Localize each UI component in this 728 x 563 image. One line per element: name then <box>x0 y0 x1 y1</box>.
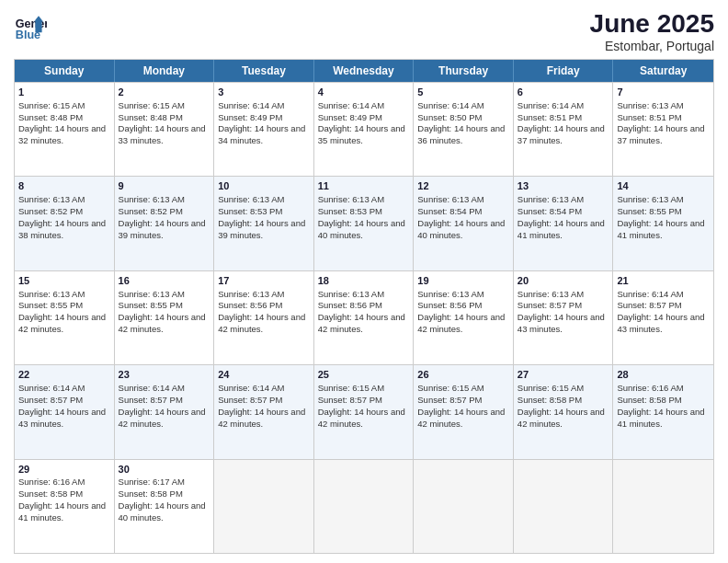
day-number: 23 <box>119 368 210 382</box>
day-number: 30 <box>119 463 210 477</box>
sunset: Sunset: 8:55 PM <box>617 206 681 216</box>
daylight-label: Daylight: 14 hours and 42 minutes. <box>318 312 405 334</box>
sunrise: Sunrise: 6:13 AM <box>18 289 85 299</box>
sunrise: Sunrise: 6:13 AM <box>518 194 584 204</box>
table-row <box>613 460 713 553</box>
sunset: Sunset: 8:58 PM <box>18 488 83 499</box>
day-number: 1 <box>18 86 110 99</box>
sunset: Sunset: 8:51 PM <box>617 112 681 122</box>
sunrise: Sunrise: 6:15 AM <box>18 100 85 110</box>
table-row: 22Sunrise: 6:14 AMSunset: 8:57 PMDayligh… <box>15 365 115 458</box>
day-number: 25 <box>318 368 410 382</box>
daylight-label: Daylight: 14 hours and 34 minutes. <box>218 123 305 145</box>
table-row: 20Sunrise: 6:13 AMSunset: 8:57 PMDayligh… <box>514 271 614 364</box>
table-row: 5Sunrise: 6:14 AMSunset: 8:50 PMDaylight… <box>414 83 514 176</box>
table-row: 1Sunrise: 6:15 AMSunset: 8:48 PMDaylight… <box>15 83 115 176</box>
table-row <box>414 460 514 553</box>
table-row: 23Sunrise: 6:14 AMSunset: 8:57 PMDayligh… <box>115 365 215 458</box>
daylight-label: Daylight: 14 hours and 40 minutes. <box>318 218 405 240</box>
calendar-row: 29Sunrise: 6:16 AMSunset: 8:58 PMDayligh… <box>15 459 713 553</box>
day-number: 7 <box>617 86 710 99</box>
calendar-row: 22Sunrise: 6:14 AMSunset: 8:57 PMDayligh… <box>15 364 713 458</box>
daylight-label: Daylight: 14 hours and 42 minutes. <box>119 312 206 334</box>
table-row: 21Sunrise: 6:14 AMSunset: 8:57 PMDayligh… <box>613 271 713 364</box>
sunrise: Sunrise: 6:13 AM <box>119 194 185 204</box>
sunrise: Sunrise: 6:13 AM <box>617 194 683 204</box>
daylight-label: Daylight: 14 hours and 32 minutes. <box>18 123 106 145</box>
sunrise: Sunrise: 6:15 AM <box>417 383 483 393</box>
day-number: 14 <box>617 179 710 193</box>
day-number: 27 <box>518 368 609 382</box>
title-block: June 2025 Estombar, Portugal <box>590 9 714 53</box>
table-row: 14Sunrise: 6:13 AMSunset: 8:55 PMDayligh… <box>613 177 713 270</box>
table-row <box>214 460 314 553</box>
calendar: Sunday Monday Tuesday Wednesday Thursday… <box>14 59 714 554</box>
sunrise: Sunrise: 6:15 AM <box>518 383 584 393</box>
day-number: 26 <box>417 368 509 382</box>
sunset: Sunset: 8:52 PM <box>119 206 183 216</box>
daylight-label: Daylight: 14 hours and 36 minutes. <box>417 123 505 145</box>
sunrise: Sunrise: 6:14 AM <box>18 383 85 393</box>
daylight-label: Daylight: 14 hours and 38 minutes. <box>18 218 106 240</box>
calendar-row: 15Sunrise: 6:13 AMSunset: 8:55 PMDayligh… <box>15 270 713 364</box>
sunrise: Sunrise: 6:13 AM <box>518 289 584 299</box>
sunrise: Sunrise: 6:14 AM <box>218 100 284 110</box>
sunset: Sunset: 8:55 PM <box>18 300 83 310</box>
daylight-label: Daylight: 14 hours and 37 minutes. <box>617 123 704 145</box>
sunrise: Sunrise: 6:14 AM <box>617 289 683 299</box>
day-number: 4 <box>318 86 410 99</box>
table-row: 4Sunrise: 6:14 AMSunset: 8:49 PMDaylight… <box>314 83 415 176</box>
sunrise: Sunrise: 6:13 AM <box>617 100 683 110</box>
sunset: Sunset: 8:50 PM <box>417 112 482 122</box>
table-row: 10Sunrise: 6:13 AMSunset: 8:53 PMDayligh… <box>214 177 314 270</box>
table-row <box>314 460 415 553</box>
sunrise: Sunrise: 6:14 AM <box>318 100 384 110</box>
table-row: 24Sunrise: 6:14 AMSunset: 8:57 PMDayligh… <box>214 365 314 458</box>
day-number: 13 <box>518 179 609 193</box>
daylight-label: Daylight: 14 hours and 41 minutes. <box>18 500 106 523</box>
page: General Blue June 2025 Estombar, Portuga… <box>0 0 728 563</box>
header-saturday: Saturday <box>613 60 713 82</box>
table-row: 13Sunrise: 6:13 AMSunset: 8:54 PMDayligh… <box>514 177 614 270</box>
sunset: Sunset: 8:57 PM <box>417 395 482 405</box>
day-number: 9 <box>119 179 210 193</box>
table-row: 19Sunrise: 6:13 AMSunset: 8:56 PMDayligh… <box>414 271 514 364</box>
day-number: 8 <box>18 179 110 193</box>
day-number: 19 <box>417 274 509 288</box>
sunset: Sunset: 8:56 PM <box>417 300 482 310</box>
daylight-label: Daylight: 14 hours and 42 minutes. <box>18 312 106 334</box>
sunrise: Sunrise: 6:13 AM <box>417 194 483 204</box>
sunset: Sunset: 8:52 PM <box>18 206 83 216</box>
daylight-label: Daylight: 14 hours and 42 minutes. <box>218 312 305 334</box>
daylight-label: Daylight: 14 hours and 41 minutes. <box>617 218 704 240</box>
month-title: June 2025 <box>590 9 714 39</box>
daylight-label: Daylight: 14 hours and 43 minutes. <box>518 312 605 334</box>
day-number: 5 <box>417 86 509 99</box>
table-row: 8Sunrise: 6:13 AMSunset: 8:52 PMDaylight… <box>15 177 115 270</box>
daylight-label: Daylight: 14 hours and 42 minutes. <box>417 407 505 429</box>
daylight-label: Daylight: 14 hours and 42 minutes. <box>218 407 305 429</box>
daylight-label: Daylight: 14 hours and 39 minutes. <box>119 218 206 240</box>
sunrise: Sunrise: 6:16 AM <box>18 477 85 487</box>
sunrise: Sunrise: 6:16 AM <box>617 383 683 393</box>
sunset: Sunset: 8:48 PM <box>18 112 83 122</box>
sunset: Sunset: 8:49 PM <box>218 112 282 122</box>
sunset: Sunset: 8:53 PM <box>218 206 282 216</box>
daylight-label: Daylight: 14 hours and 43 minutes. <box>18 407 106 429</box>
logo: General Blue <box>14 9 47 42</box>
sunset: Sunset: 8:54 PM <box>518 206 582 216</box>
day-number: 28 <box>617 368 710 382</box>
day-number: 16 <box>119 274 210 288</box>
table-row: 11Sunrise: 6:13 AMSunset: 8:53 PMDayligh… <box>314 177 415 270</box>
table-row: 27Sunrise: 6:15 AMSunset: 8:58 PMDayligh… <box>514 365 614 458</box>
header-monday: Monday <box>115 60 215 82</box>
calendar-row: 1Sunrise: 6:15 AMSunset: 8:48 PMDaylight… <box>15 82 713 176</box>
sunset: Sunset: 8:57 PM <box>18 395 83 405</box>
table-row <box>514 460 614 553</box>
table-row: 9Sunrise: 6:13 AMSunset: 8:52 PMDaylight… <box>115 177 215 270</box>
sunrise: Sunrise: 6:14 AM <box>417 100 483 110</box>
sunset: Sunset: 8:54 PM <box>417 206 482 216</box>
daylight-label: Daylight: 14 hours and 37 minutes. <box>518 123 605 145</box>
sunset: Sunset: 8:57 PM <box>518 300 582 310</box>
daylight-label: Daylight: 14 hours and 35 minutes. <box>318 123 405 145</box>
